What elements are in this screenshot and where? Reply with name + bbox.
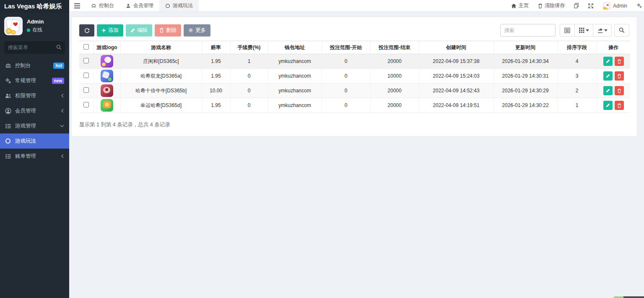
new-badge: new	[52, 78, 64, 84]
settings-button[interactable]	[632, 0, 644, 12]
column-header-bet-end: 投注范围-结束	[370, 41, 419, 54]
row-delete-button[interactable]	[615, 101, 624, 110]
row-checkbox[interactable]	[83, 73, 89, 78]
columns-button[interactable]	[575, 24, 593, 37]
chevron-left-icon	[61, 94, 64, 98]
column-header-logo: 游戏logo	[93, 41, 120, 54]
plus-icon	[101, 28, 106, 33]
brand-title: Las Vegas 哈希娱乐	[0, 0, 69, 13]
row-checkbox[interactable]	[83, 58, 89, 63]
bet-end-cell: 20000	[370, 84, 419, 98]
odds-cell: 1.95	[202, 54, 230, 69]
copy-icon	[574, 3, 579, 8]
bet-start-cell: 0	[322, 69, 370, 84]
gear-icon	[188, 28, 193, 33]
fee-cell: 0	[230, 69, 268, 84]
cogs-icon	[636, 3, 642, 8]
caret-down-icon	[604, 29, 608, 31]
row-edit-button[interactable]	[603, 57, 613, 66]
tab-dashboard[interactable]: 控制台	[85, 0, 120, 11]
copy-page-button[interactable]	[569, 0, 584, 12]
row-checkbox[interactable]	[83, 102, 89, 107]
sidebar-item-label: 游戏玩法	[15, 138, 36, 145]
sidebar-item-label: 权限管理	[15, 92, 36, 99]
user-icon	[126, 3, 131, 8]
column-header-wallet: 钱包地址	[268, 41, 322, 54]
detail-view-button[interactable]	[560, 24, 575, 37]
more-button-label: 更多	[195, 27, 206, 34]
table-search-input[interactable]	[500, 24, 556, 37]
sidebar-item-permissions[interactable]: 权限管理	[0, 88, 69, 103]
row-delete-button[interactable]	[615, 57, 624, 66]
edit-button[interactable]: 编辑	[126, 24, 152, 37]
sidebar-menu: 控制台 hot 常规管理 new 权限管理 会员管理	[0, 58, 69, 164]
table-row: 哈希十倍牛牛[DS365b] 10.00 0 ymkuzhancom 0 200…	[79, 84, 630, 98]
add-button-label: 添加	[108, 27, 119, 34]
bet-start-cell: 0	[322, 98, 370, 113]
created-cell: 2022-04-09 15:37:38	[419, 54, 493, 69]
row-delete-button[interactable]	[615, 71, 624, 81]
dashboard-icon	[91, 3, 96, 8]
trash-icon	[618, 89, 621, 93]
sidebar-item-dashboard[interactable]: 控制台 hot	[0, 58, 69, 73]
game-name-cell: 哈希十倍牛牛[DS365b]	[120, 84, 202, 98]
search-icon	[619, 27, 625, 33]
trace-bar-toggle[interactable]	[623, 296, 644, 298]
trash-icon	[618, 60, 621, 63]
sidebar: Las Vegas 哈希娱乐 Admin 在线	[0, 0, 69, 298]
dashboard-icon	[5, 63, 11, 69]
refresh-button[interactable]	[79, 24, 94, 37]
topbar-actions: 主页 清除缓存	[506, 0, 644, 11]
avatar	[602, 2, 611, 10]
hamburger-icon	[74, 3, 80, 8]
tab-game-play[interactable]: 游戏玩法	[159, 0, 199, 11]
toolbar-right	[500, 24, 629, 37]
row-edit-button[interactable]	[603, 71, 613, 81]
sidebar-toggle-button[interactable]	[69, 0, 85, 11]
sidebar-item-label: 会员管理	[15, 107, 36, 115]
user-name: Admin	[27, 18, 44, 25]
export-button[interactable]	[593, 24, 612, 37]
sidebar-item-games[interactable]: 游戏管理	[0, 118, 69, 133]
game-logo	[101, 99, 113, 112]
game-name-cell: 幸运哈希[DS365d]	[120, 98, 202, 113]
row-delete-button[interactable]	[615, 86, 624, 95]
row-edit-button[interactable]	[603, 101, 613, 110]
circle-icon	[5, 138, 11, 144]
fee-cell: 0	[230, 98, 268, 113]
search-toggle-button[interactable]	[614, 24, 629, 37]
sidebar-item-members[interactable]: 会员管理	[0, 103, 69, 118]
game-logo	[101, 55, 113, 68]
tab-members[interactable]: 会员管理	[120, 0, 159, 11]
hot-badge: hot	[53, 63, 64, 69]
home-link[interactable]: 主页	[506, 0, 533, 12]
clear-cache-button[interactable]: 清除缓存	[533, 0, 569, 12]
game-play-panel: 添加 编辑 删除 更多	[71, 17, 637, 136]
bet-end-cell: 20000	[370, 98, 419, 113]
row-edit-button[interactable]	[603, 86, 613, 95]
sidebar-item-general[interactable]: 常规管理 new	[0, 73, 69, 88]
pencil-icon	[606, 60, 610, 63]
sidebar-item-bills[interactable]: 账单管理	[0, 149, 69, 164]
delete-button[interactable]: 删除	[155, 24, 181, 37]
add-button[interactable]: 添加	[97, 24, 123, 37]
trash-icon	[159, 28, 164, 33]
table-row: 幸运哈希[DS365d] 1.95 0 ymkuzhancom 0 20000 …	[79, 98, 630, 113]
sidebar-item-label: 常规管理	[15, 77, 36, 84]
columns-grid-icon	[579, 28, 584, 33]
odds-cell: 1.95	[202, 98, 230, 113]
wallet-cell: ymkuzhancom	[268, 98, 322, 113]
user-menu[interactable]: Admin	[598, 0, 632, 12]
select-all-checkbox[interactable]	[83, 44, 89, 50]
users-icon	[5, 93, 11, 99]
export-icon	[597, 28, 603, 33]
sidebar-search	[4, 41, 65, 54]
more-button[interactable]: 更多	[184, 24, 210, 37]
column-header-updated: 更新时间	[493, 41, 557, 54]
trash-icon	[618, 74, 621, 78]
fullscreen-button[interactable]	[584, 0, 598, 12]
row-checkbox[interactable]	[83, 87, 89, 93]
game-logo	[101, 70, 113, 82]
sidebar-item-game-play[interactable]: 游戏玩法	[0, 133, 69, 149]
expand-icon	[588, 3, 593, 8]
